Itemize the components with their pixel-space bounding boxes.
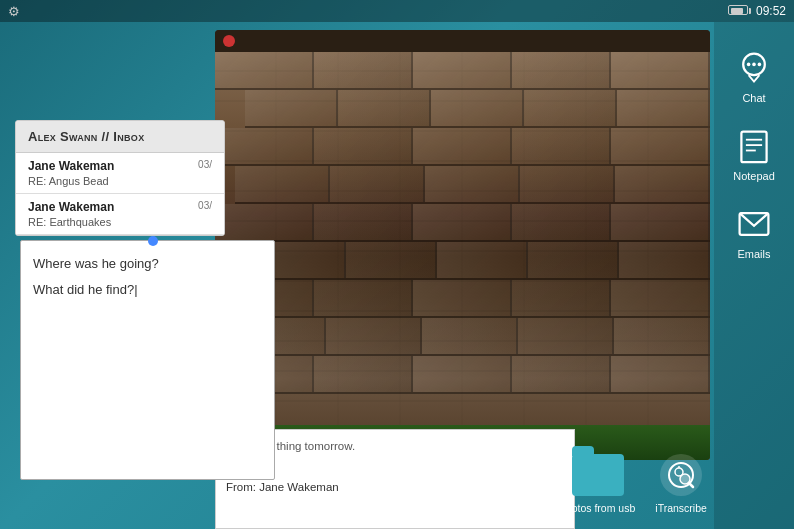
note-panel[interactable]: Where was he going? What did he find? xyxy=(20,240,275,480)
stone-wall-image xyxy=(215,52,710,460)
svg-point-3 xyxy=(758,63,762,67)
topbar-left: ⚙ xyxy=(8,4,20,19)
email-body-text: them first thing tomorrow. xyxy=(226,438,564,455)
window-close-button[interactable] xyxy=(223,35,235,47)
emails-icon xyxy=(734,204,774,244)
bottom-dock-item-transcribe[interactable]: iTranscribe xyxy=(655,454,707,514)
bottom-dock: photos from usb iTranscribe xyxy=(560,454,707,514)
stone-blocks xyxy=(215,52,710,460)
gear-icon[interactable]: ⚙ xyxy=(8,4,20,19)
email-from: From: Jane Wakeman xyxy=(226,481,564,493)
clock: 09:52 xyxy=(756,4,786,18)
svg-rect-4 xyxy=(741,132,766,163)
image-window xyxy=(215,30,710,460)
battery-icon xyxy=(728,4,748,18)
svg-point-2 xyxy=(752,63,756,67)
right-dock: Chat Notepad Emails xyxy=(714,22,794,529)
inbox-sender-2: Jane Wakeman 03/ xyxy=(28,200,212,214)
email-separator: -- xyxy=(226,461,564,473)
dock-item-emails[interactable]: Emails xyxy=(719,198,789,266)
dock-item-notepad[interactable]: Notepad xyxy=(719,120,789,188)
emails-label: Emails xyxy=(737,248,770,260)
inbox-subject-2: RE: Earthquakes xyxy=(28,216,212,228)
inbox-title: Alex Swann // Inbox xyxy=(16,121,224,153)
inbox-subject-1: RE: Angus Bead xyxy=(28,175,212,187)
svg-point-12 xyxy=(675,468,683,476)
dock-item-chat[interactable]: Chat xyxy=(719,42,789,110)
svg-point-1 xyxy=(747,63,751,67)
image-window-titlebar xyxy=(215,30,710,52)
usb-label: photos from usb xyxy=(560,502,635,514)
chat-label: Chat xyxy=(742,92,765,104)
inbox-sender-1: Jane Wakeman 03/ xyxy=(28,159,212,173)
bottom-dock-item-usb[interactable]: photos from usb xyxy=(560,454,635,514)
topbar-right: 09:52 xyxy=(728,4,786,18)
transcribe-icon xyxy=(660,454,702,496)
inbox-item-1[interactable]: Jane Wakeman 03/ RE: Angus Bead xyxy=(16,153,224,194)
topbar: ⚙ 09:52 xyxy=(0,0,794,22)
notepad-icon xyxy=(734,126,774,166)
note-dot-indicator xyxy=(148,236,158,246)
inbox-panel: Alex Swann // Inbox Jane Wakeman 03/ RE:… xyxy=(15,120,225,236)
chat-icon xyxy=(734,48,774,88)
note-line-3: What did he find? xyxy=(33,277,262,303)
svg-line-11 xyxy=(689,483,693,487)
inbox-item-2[interactable]: Jane Wakeman 03/ RE: Earthquakes xyxy=(16,194,224,235)
usb-folder-icon xyxy=(572,454,624,496)
transcribe-label: iTranscribe xyxy=(655,502,707,514)
notepad-label: Notepad xyxy=(733,170,775,182)
note-line-1: Where was he going? xyxy=(33,251,262,277)
